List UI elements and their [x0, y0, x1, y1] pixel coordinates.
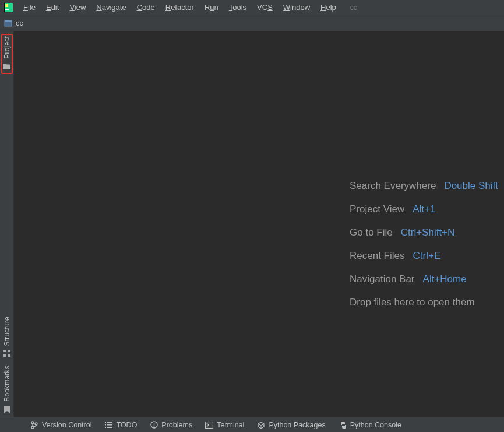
- tool-tab-version-control[interactable]: Version Control: [30, 421, 91, 429]
- svg-rect-22: [206, 422, 213, 428]
- menu-refactor[interactable]: Refactor: [161, 2, 199, 13]
- svg-rect-8: [3, 354, 6, 357]
- editor-area[interactable]: Search Everywhere Double Shift Project V…: [14, 31, 504, 417]
- terminal-icon: [205, 421, 213, 429]
- menu-file[interactable]: File: [19, 2, 40, 13]
- hint-search-everywhere: Search Everywhere Double Shift: [350, 180, 498, 192]
- svg-rect-3: [5, 9, 9, 10]
- svg-rect-16: [107, 424, 112, 426]
- svg-point-10: [31, 422, 34, 424]
- tool-label: TODO: [116, 421, 137, 429]
- warning-icon: [150, 421, 158, 429]
- svg-rect-18: [107, 427, 112, 428]
- app-icon: [3, 2, 14, 13]
- titlebar-project-name: cc: [350, 3, 357, 12]
- folder-icon: [3, 62, 11, 71]
- svg-rect-15: [105, 424, 106, 426]
- shortcut-label[interactable]: Alt+Home: [423, 273, 467, 285]
- tool-label: Problems: [161, 421, 192, 429]
- svg-point-11: [35, 423, 37, 425]
- hint-navigation-bar: Navigation Bar Alt+Home: [350, 273, 498, 285]
- svg-rect-13: [105, 422, 106, 423]
- hint-project-view: Project View Alt+1: [350, 203, 498, 215]
- drop-files-hint: Drop files here to open them: [350, 297, 498, 308]
- branch-icon: [30, 421, 38, 429]
- tool-tab-problems[interactable]: Problems: [150, 421, 192, 429]
- tool-tab-terminal[interactable]: Terminal: [205, 421, 244, 429]
- svg-rect-5: [5, 20, 12, 22]
- tool-tab-project[interactable]: Project: [1, 34, 13, 74]
- shortcut-label[interactable]: Ctrl+E: [413, 250, 441, 262]
- svg-rect-21: [154, 426, 154, 427]
- menu-edit[interactable]: Edit: [41, 2, 64, 13]
- tool-label: Terminal: [217, 421, 244, 429]
- tool-tab-structure[interactable]: Structure: [3, 317, 11, 358]
- menu-help[interactable]: Help: [316, 2, 341, 13]
- menu-window[interactable]: Window: [279, 2, 315, 13]
- packages-icon: [257, 421, 265, 429]
- python-icon: [339, 421, 347, 429]
- tool-tab-todo[interactable]: TODO: [104, 421, 137, 429]
- shortcut-label[interactable]: Alt+1: [413, 203, 435, 215]
- structure-icon: [3, 349, 11, 357]
- breadcrumb-root[interactable]: cc: [16, 19, 23, 27]
- menu-view[interactable]: View: [65, 2, 90, 13]
- hint-recent-files: Recent Files Ctrl+E: [350, 250, 498, 262]
- tool-tab-python-packages[interactable]: Python Packages: [257, 421, 325, 429]
- svg-rect-6: [3, 350, 6, 352]
- list-icon: [104, 421, 112, 429]
- left-tool-gutter: Project Structure: [0, 31, 14, 417]
- svg-point-12: [31, 426, 34, 429]
- bottom-tool-bar: Version Control TODO Problems Terminal P…: [0, 417, 504, 432]
- tool-tab-bookmarks[interactable]: Bookmarks: [3, 366, 11, 413]
- navigation-bar[interactable]: cc: [0, 15, 504, 31]
- tool-tab-python-console[interactable]: Python Console: [339, 421, 401, 429]
- tool-label: Python Packages: [269, 421, 325, 429]
- shortcut-label[interactable]: Ctrl+Shift+N: [401, 227, 455, 238]
- tool-label: Version Control: [42, 421, 91, 429]
- main-menu-bar: File Edit View Navigate Code Refactor Ru…: [0, 0, 504, 15]
- menu-code[interactable]: Code: [132, 2, 160, 13]
- bookmark-icon: [3, 405, 11, 413]
- menu-navigate[interactable]: Navigate: [91, 2, 131, 13]
- svg-rect-20: [154, 423, 154, 426]
- svg-rect-14: [107, 422, 112, 423]
- hint-go-to-file: Go to File Ctrl+Shift+N: [350, 227, 498, 238]
- svg-rect-17: [105, 427, 106, 428]
- svg-rect-9: [8, 354, 10, 357]
- shortcut-label[interactable]: Double Shift: [444, 180, 498, 192]
- tool-label: Python Console: [350, 421, 401, 429]
- menu-tools[interactable]: Tools: [224, 2, 251, 13]
- welcome-hints: Search Everywhere Double Shift Project V…: [350, 180, 498, 308]
- menu-run[interactable]: Run: [200, 2, 223, 13]
- module-icon: [3, 19, 13, 28]
- svg-rect-7: [8, 350, 10, 352]
- svg-rect-2: [5, 4, 8, 7]
- menu-vcs[interactable]: VCS: [252, 2, 277, 13]
